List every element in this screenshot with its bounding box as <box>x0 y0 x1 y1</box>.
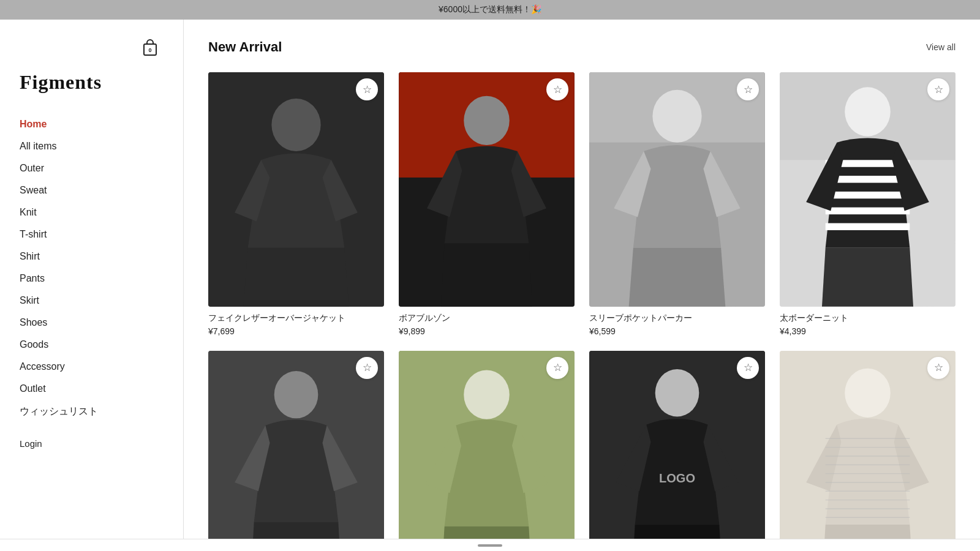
sidebar-item-shirt[interactable]: Shirt <box>20 246 164 268</box>
section-header: New Arrival View all <box>208 39 956 55</box>
sidebar-link-shirt[interactable]: Shirt <box>20 246 164 268</box>
favorite-button-3[interactable]: ☆ <box>737 78 759 100</box>
favorite-button-7[interactable]: ☆ <box>737 357 759 379</box>
product-name-2: ボアブルゾン <box>399 313 575 324</box>
announcement-text: ¥6000以上で送料無料！🎉 <box>439 4 541 14</box>
main-content: New Arrival View all ☆ フェイクレザーオーバー <box>184 20 980 551</box>
favorite-button-4[interactable]: ☆ <box>927 78 949 100</box>
sidebar-item-accessory[interactable]: Accessory <box>20 356 164 378</box>
sidebar-item-all-items[interactable]: All items <box>20 135 164 157</box>
product-image-4: ☆ <box>780 72 956 307</box>
svg-rect-16 <box>826 208 910 214</box>
bottom-bar <box>0 539 980 551</box>
sidebar-item-goods[interactable]: Goods <box>20 334 164 356</box>
product-image-6: ☆ <box>399 351 575 551</box>
sidebar-link-accessory[interactable]: Accessory <box>20 356 164 378</box>
sidebar-link-goods[interactable]: Goods <box>20 334 164 356</box>
favorite-button-6[interactable]: ☆ <box>546 357 568 379</box>
sidebar-link-home[interactable]: Home <box>20 113 164 135</box>
cart-area: 0 <box>20 34 164 61</box>
section-title: New Arrival <box>208 39 282 55</box>
sidebar-link-outer[interactable]: Outer <box>20 157 164 179</box>
brand-logo: Figments <box>20 71 164 94</box>
product-price-3: ¥6,599 <box>589 326 765 336</box>
favorite-button-8[interactable]: ☆ <box>927 357 949 379</box>
product-image-2: ☆ <box>399 72 575 307</box>
sidebar-item-outlet[interactable]: Outlet <box>20 378 164 400</box>
sidebar-link-all-items[interactable]: All items <box>20 135 164 157</box>
sidebar-item-home[interactable]: Home <box>20 113 164 135</box>
sidebar-link-skirt[interactable]: Skirt <box>20 290 164 312</box>
product-image-7: LOGO ☆ <box>589 351 765 551</box>
cart-button[interactable]: 0 <box>137 34 164 61</box>
product-card-1[interactable]: ☆ フェイクレザーオーバージャケット ¥7,699 <box>208 72 384 336</box>
sidebar-item-knit[interactable]: Knit <box>20 201 164 223</box>
sidebar-item-tshirt[interactable]: T-shirt <box>20 223 164 246</box>
sidebar-nav: Home All items Outer Sweat Knit T-shirt <box>20 113 164 424</box>
sidebar: 0 Figments Home All items Outer Sweat <box>0 20 184 551</box>
favorite-button-5[interactable]: ☆ <box>356 357 378 379</box>
product-name-3: スリーブポケットパーカー <box>589 313 765 324</box>
sidebar-link-knit[interactable]: Knit <box>20 201 164 223</box>
sidebar-link-outlet[interactable]: Outlet <box>20 378 164 400</box>
product-image-1: ☆ <box>208 72 384 307</box>
favorite-button-2[interactable]: ☆ <box>546 78 568 100</box>
sidebar-item-pants[interactable]: Pants <box>20 268 164 290</box>
product-image-3: ☆ <box>589 72 765 307</box>
product-price-1: ¥7,699 <box>208 326 384 336</box>
product-image-5: ☆ <box>208 351 384 551</box>
svg-point-12 <box>845 87 891 136</box>
sidebar-item-sweat[interactable]: Sweat <box>20 179 164 201</box>
scroll-handle <box>478 544 502 547</box>
sidebar-item-shoes[interactable]: Shoes <box>20 312 164 334</box>
cart-icon: 0 <box>139 37 161 59</box>
svg-point-23 <box>655 369 699 416</box>
product-grid-row2: ☆ ダウンジャケット ¥12,999 ☆ スウェ <box>208 351 956 551</box>
svg-point-19 <box>274 371 318 418</box>
svg-point-6 <box>464 96 510 145</box>
product-card-3[interactable]: ☆ スリーブポケットパーカー ¥6,599 <box>589 72 765 336</box>
sidebar-link-pants[interactable]: Pants <box>20 268 164 290</box>
product-card-2[interactable]: ☆ ボアブルゾン ¥9,899 <box>399 72 575 336</box>
svg-rect-15 <box>826 192 910 198</box>
svg-rect-17 <box>826 223 910 230</box>
favorite-button-1[interactable]: ☆ <box>356 78 378 100</box>
view-all-link[interactable]: View all <box>926 42 956 52</box>
sidebar-link-tshirt[interactable]: T-shirt <box>20 223 164 246</box>
svg-point-21 <box>464 370 510 419</box>
sidebar-item-wishlist[interactable]: ウィッシュリスト <box>20 400 164 424</box>
announcement-bar: ¥6000以上で送料無料！🎉 <box>0 0 980 20</box>
svg-text:0: 0 <box>148 47 151 53</box>
sidebar-link-shoes[interactable]: Shoes <box>20 312 164 334</box>
product-card-5[interactable]: ☆ ダウンジャケット ¥12,999 <box>208 351 384 551</box>
sidebar-item-outer[interactable]: Outer <box>20 157 164 179</box>
login-link[interactable]: Login <box>20 438 164 449</box>
product-name-4: 太ボーダーニット <box>780 313 956 324</box>
product-name-1: フェイクレザーオーバージャケット <box>208 313 384 324</box>
product-price-2: ¥9,899 <box>399 326 575 336</box>
svg-point-26 <box>845 368 891 417</box>
product-card-7[interactable]: LOGO ☆ ロゴニット ¥7,899 <box>589 351 765 551</box>
product-card-4[interactable]: ☆ 太ボーダーニット ¥4,399 <box>780 72 956 336</box>
product-price-4: ¥4,399 <box>780 326 956 336</box>
sidebar-link-sweat[interactable]: Sweat <box>20 179 164 201</box>
svg-point-9 <box>652 90 701 143</box>
svg-point-3 <box>271 99 320 151</box>
product-card-6[interactable]: ☆ スウェット ¥5,299 <box>399 351 575 551</box>
product-image-8: ☆ <box>780 351 956 551</box>
svg-text:LOGO: LOGO <box>659 471 695 485</box>
sidebar-item-skirt[interactable]: Skirt <box>20 290 164 312</box>
product-grid-row1: ☆ フェイクレザーオーバージャケット ¥7,699 ☆ <box>208 72 956 336</box>
product-card-8[interactable]: ☆ リブニット ¥4,999 <box>780 351 956 551</box>
sidebar-link-wishlist[interactable]: ウィッシュリスト <box>20 400 164 424</box>
